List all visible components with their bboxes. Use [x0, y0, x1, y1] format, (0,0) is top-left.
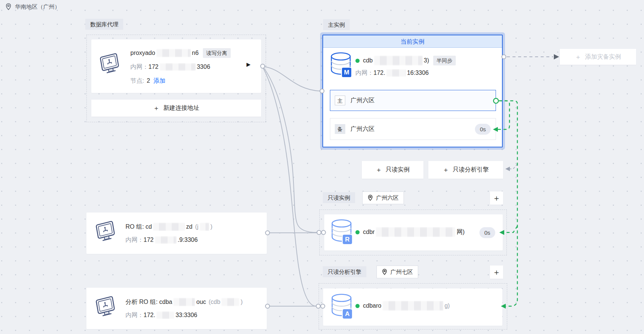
location-pin-icon	[367, 194, 373, 201]
ro-group-ip-row: 内网： 172.9:3306	[125, 235, 198, 245]
analysis-name-tail: g)	[444, 302, 450, 309]
new-address-label: 新建连接地址	[163, 104, 200, 112]
add-analysis-button[interactable]: ＋ 只读分析引擎	[428, 161, 503, 179]
analysis-ro-group-card[interactable]: 分析 RO 组: cdbaouc (cdb) 内网： 172.33:3306	[86, 288, 267, 329]
readonly-zone-chip: 广州六区	[362, 191, 404, 204]
plus-icon: ＋	[443, 165, 449, 174]
analysis-ro-group-ip-lead: 172.	[144, 312, 155, 319]
redaction	[156, 311, 174, 319]
ip-label: 内网：	[130, 63, 148, 71]
primary-ip-lead: 172.	[373, 70, 385, 76]
redaction	[374, 56, 423, 65]
node-count: 2	[147, 77, 150, 84]
ip-label: 内网：	[125, 311, 144, 319]
hint-arrowhead	[505, 167, 510, 171]
proxy-ip-tail: 3306	[197, 64, 210, 70]
proxy-name-lead: proxyado	[130, 50, 155, 56]
primary-section-tag: 主实例	[323, 19, 350, 30]
proxy-mode-tag: 读写分离	[203, 48, 231, 58]
readonly-name-lead: cdbr	[363, 229, 375, 235]
topology-canvas: 华南地区（广州） 数据库代理 proxyadon6 读写分离 内网： 17233…	[0, 0, 644, 334]
ro-group-ip-tail: .9:3306	[178, 237, 198, 243]
dr-arrowhead	[554, 54, 559, 59]
redaction	[200, 223, 209, 231]
readonly-plus-button[interactable]: ＋	[490, 191, 503, 205]
readonly-zone-name: 广州六区	[376, 194, 399, 202]
analysis-ro-group-ip-tail: 33:3306	[175, 312, 197, 319]
location-pin-icon	[5, 3, 12, 11]
redaction	[156, 49, 191, 57]
redaction	[376, 227, 455, 237]
proxy-section-tag: 数据库代理	[85, 19, 123, 30]
new-address-button[interactable]: ＋ 新建连接地址	[91, 100, 261, 117]
primary-ip-row: 内网： 172.16:3306	[355, 68, 429, 78]
analysis-ro-group-monitor-icon	[95, 295, 116, 322]
location-pin-icon	[382, 269, 387, 275]
running-status-dot	[355, 304, 360, 308]
redaction	[386, 69, 406, 77]
primary-name-lead: cdb	[363, 57, 373, 64]
proxy-node-row: 节点: 2 添加	[130, 76, 165, 86]
add-node-link[interactable]: 添加	[153, 77, 165, 85]
standby-zone-name: 广州六区	[351, 125, 375, 133]
standby-delay-badge: 0s	[475, 124, 491, 135]
analysis-ro-group-ip-row: 内网： 172.33:3306	[125, 310, 197, 320]
primary-badge-letter: M	[344, 69, 349, 76]
analysis-plus-button[interactable]: ＋	[490, 266, 503, 279]
master-badge: 主	[335, 96, 345, 105]
analysis-zone-name: 广州七区	[390, 269, 413, 276]
proxy-ip-lead: 172	[148, 64, 159, 70]
ip-label: 内网：	[355, 69, 373, 77]
readonly-section-tag: 只读实例	[323, 192, 355, 203]
ro-group-ip-lead: 172	[144, 237, 154, 243]
redaction	[160, 63, 196, 71]
primary-name-row: cdb3) 半同步	[355, 56, 456, 65]
add-analysis-label: 只读分析引擎	[453, 166, 489, 174]
ro-group-monitor-icon	[95, 220, 116, 246]
redaction	[173, 298, 195, 306]
analysis-name-lead: cdbaro	[363, 302, 381, 309]
primary-name-tail: 3)	[424, 57, 429, 64]
analysis-ro-group-title-mid: ouc	[196, 299, 206, 305]
proxy-to-primary-line	[264, 67, 320, 91]
proxy-to-analysis-line	[263, 68, 316, 306]
redaction	[153, 223, 185, 231]
proxy-name-row: proxyadon6 读写分离	[130, 48, 231, 58]
running-status-dot	[355, 230, 360, 234]
plus-icon: ＋	[493, 267, 500, 278]
primary-ip-tail: 16:3306	[407, 70, 429, 76]
ro-group-paren-tail: )	[210, 223, 212, 230]
node-label: 节点:	[130, 77, 144, 85]
readonly-database-icon: R	[330, 218, 353, 246]
master-zone-row[interactable]: 主 广州六区	[330, 90, 496, 111]
add-dr-label: 添加灾备实例	[585, 53, 621, 61]
proxy-card[interactable]: proxyadon6 读写分离 内网： 1723306 节点: 2 添加 ▶	[91, 39, 261, 93]
ro-group-paren-lead: (j	[195, 223, 198, 230]
redaction	[155, 236, 177, 244]
analysis-ro-group-title-row: 分析 RO 组: cdbaouc (cdb)	[125, 297, 243, 307]
plus-icon: ＋	[153, 104, 160, 112]
readonly-delay-badge: 0s	[479, 227, 495, 238]
ro-group-title-lead: RO 组: cd	[125, 223, 152, 231]
standby-badge: 备	[335, 124, 345, 134]
add-readonly-label: 只读实例	[386, 166, 410, 174]
readonly-name-tail: 网)	[457, 228, 464, 236]
analysis-zone-chip: 广州七区	[376, 266, 418, 278]
proxy-ip-row: 内网： 1723306	[130, 62, 210, 72]
add-dr-instance-button[interactable]: ＋ 添加灾备实例	[560, 49, 636, 65]
ro-group-card[interactable]: RO 组: cdzd (j) 内网： 172.9:3306	[86, 213, 267, 254]
running-status-dot	[355, 59, 360, 63]
redaction	[382, 301, 443, 311]
readonly-badge-letter: R	[345, 236, 349, 243]
expand-toggle-icon[interactable]: ▶	[246, 61, 251, 67]
proxy-name-tail: n6	[192, 50, 199, 56]
dashed-hint-line	[509, 164, 517, 169]
analysis-ro-group-paren-tail: )	[240, 299, 242, 305]
add-readonly-button[interactable]: ＋ 只读实例	[362, 161, 423, 179]
proxy-monitor-icon	[99, 52, 121, 79]
master-zone-name: 广州六区	[351, 97, 375, 105]
redaction	[221, 298, 239, 306]
standby-zone-row[interactable]: 备 广州六区 0s	[330, 118, 496, 140]
ro-group-title-mid: zd	[186, 223, 192, 230]
region-label: 华南地区（广州）	[5, 3, 60, 11]
